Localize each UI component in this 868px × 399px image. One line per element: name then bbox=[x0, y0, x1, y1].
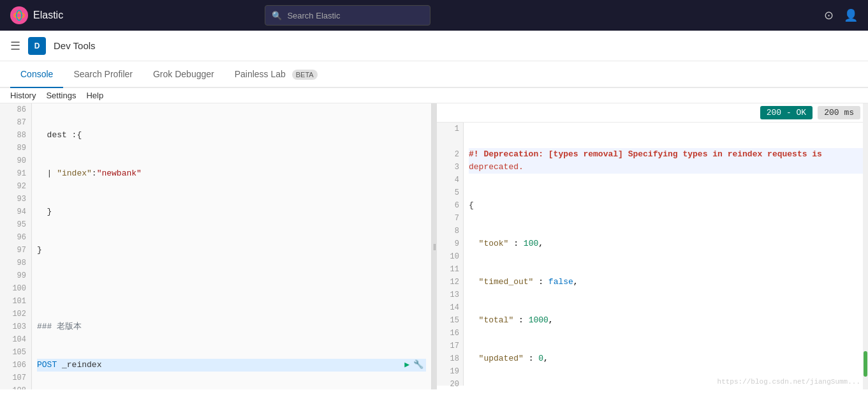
history-button[interactable]: History bbox=[10, 91, 36, 100]
output-line: "took" : 100, bbox=[469, 237, 863, 250]
editor-line-numbers: 86 87 88 89 90 91 92 93 94 95 96 97 98 9… bbox=[0, 103, 32, 389]
elastic-logo-icon bbox=[10, 6, 28, 24]
scrollbar[interactable] bbox=[863, 103, 868, 389]
editor-line: | "index":"newbank" bbox=[37, 167, 426, 180]
search-icon: 🔍 bbox=[272, 11, 282, 20]
breadcrumb-title: Dev Tools bbox=[54, 40, 96, 51]
output-line: { bbox=[469, 199, 863, 212]
output-line-numbers: 1 2 3 4 5 6 7 8 9 10 11 12 13 14 15 16 1… bbox=[437, 123, 464, 386]
tab-console[interactable]: Console bbox=[10, 61, 63, 88]
editor-code-area[interactable]: dest :{ | "index":"newbank" } } ### 老版本 … bbox=[32, 103, 431, 389]
hamburger-icon[interactable]: ☰ bbox=[10, 39, 20, 53]
elastic-logo[interactable]: Elastic bbox=[10, 6, 63, 24]
editor-line: dest :{ bbox=[37, 129, 426, 142]
status-badge: 200 - OK bbox=[760, 106, 813, 119]
editor-active-line[interactable]: POST _reindex ▶ 🔧 bbox=[37, 359, 426, 372]
toolbar: History Settings Help bbox=[0, 88, 868, 103]
resize-handle[interactable]: ‖ bbox=[432, 103, 437, 389]
time-badge: 200 ms bbox=[818, 106, 860, 119]
settings-button[interactable]: Settings bbox=[46, 91, 76, 100]
svg-point-0 bbox=[14, 10, 24, 20]
svg-point-1 bbox=[14, 13, 24, 18]
tab-painless-lab[interactable]: Painless Lab BETA bbox=[224, 61, 328, 88]
user-icon[interactable]: 👤 bbox=[844, 8, 858, 22]
avatar: D bbox=[28, 37, 46, 55]
top-nav: Elastic 🔍 Search Elastic ⊙ 👤 bbox=[0, 0, 868, 31]
search-placeholder: Search Elastic bbox=[287, 11, 340, 20]
svg-point-2 bbox=[17, 10, 22, 20]
wrench-icon[interactable]: 🔧 bbox=[413, 359, 423, 372]
output-code-area: #! Deprecation: [types removal] Specifyi… bbox=[464, 123, 868, 386]
editor-line: } bbox=[37, 206, 426, 218]
editor-line bbox=[37, 282, 426, 295]
main-content: 86 87 88 89 90 91 92 93 94 95 96 97 98 9… bbox=[0, 103, 868, 389]
output-header: 200 - OK 200 ms bbox=[437, 103, 868, 123]
tabs-bar: Console Search Profiler Grok Debugger Pa… bbox=[0, 61, 868, 88]
run-icon[interactable]: ▶ bbox=[404, 359, 409, 372]
tab-grok-debugger[interactable]: Grok Debugger bbox=[143, 61, 224, 88]
beta-badge: BETA bbox=[292, 70, 318, 80]
elastic-title: Elastic bbox=[33, 10, 63, 21]
output-deprecation-line: #! Deprecation: [types removal] Specifyi… bbox=[469, 148, 863, 174]
output-line: "total" : 1000, bbox=[469, 314, 863, 327]
search-bar[interactable]: 🔍 Search Elastic bbox=[265, 5, 430, 26]
output-line: "timed_out" : false, bbox=[469, 276, 863, 289]
output-panel: 200 - OK 200 ms 1 2 3 4 5 6 7 8 9 10 11 … bbox=[437, 103, 868, 389]
output-line: "updated" : 0, bbox=[469, 352, 863, 365]
help-button[interactable]: Help bbox=[86, 91, 103, 100]
watermark: https://blog.csdn.net/jiangSumm... bbox=[717, 378, 860, 386]
nav-icons: ⊙ 👤 bbox=[824, 8, 858, 22]
scrollbar-thumb[interactable] bbox=[864, 351, 867, 377]
help-icon[interactable]: ⊙ bbox=[824, 8, 834, 22]
editor-line: ### 老版本 bbox=[37, 320, 426, 333]
breadcrumb-bar: ☰ D Dev Tools bbox=[0, 31, 868, 61]
editor-panel: 86 87 88 89 90 91 92 93 94 95 96 97 98 9… bbox=[0, 103, 432, 389]
editor-line: } bbox=[37, 244, 426, 257]
tab-search-profiler[interactable]: Search Profiler bbox=[63, 61, 143, 88]
